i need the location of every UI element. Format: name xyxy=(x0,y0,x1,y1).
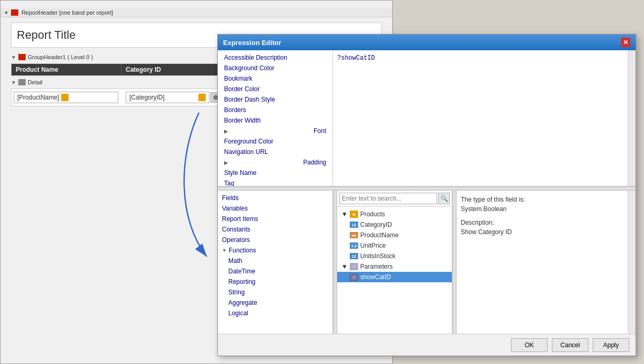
prop-border-width[interactable]: Border Width xyxy=(218,115,332,126)
right-scrollbar[interactable] xyxy=(628,191,636,350)
tree-reporting[interactable]: Reporting xyxy=(218,277,332,287)
tree-aggregate[interactable]: Aggregate xyxy=(218,297,332,308)
padding-expand-icon: ▶ xyxy=(224,160,228,166)
prop-tag[interactable]: Tag xyxy=(218,178,332,186)
db-units-in-stock[interactable]: 12 UnitsInStock xyxy=(337,251,452,261)
units-in-stock-icon: 12 xyxy=(350,253,358,259)
font-expand-icon: ▶ xyxy=(224,128,228,134)
left-tree-panel: Fields Variables Report Items Constants … xyxy=(218,191,333,350)
dialog-title: Expression Editor xyxy=(223,39,281,47)
products-arrow: ▼ xyxy=(341,211,348,218)
right-info-panel: The type of this field is: System.Boolea… xyxy=(457,191,628,350)
db-parameters-node[interactable]: ▼ ? Parameters xyxy=(337,261,452,272)
parameters-label: Parameters xyxy=(360,263,393,270)
logical-label: Logical xyxy=(228,310,248,317)
prop-border-dash-style[interactable]: Border Dash Style xyxy=(218,94,332,105)
expression-area: Accessible Description Background Color … xyxy=(218,50,636,186)
db-tree-content: ▼ ■ Products 12 CategoryID ab ProductNam… xyxy=(337,207,452,350)
ok-button[interactable]: OK xyxy=(511,338,548,352)
prop-font[interactable]: ▶ Font xyxy=(218,126,332,136)
search-button[interactable]: 🔍 xyxy=(438,193,450,204)
prop-navigation-url[interactable]: Navigation URL xyxy=(218,147,332,157)
type-value: System.Boolean xyxy=(461,205,506,213)
expression-editor-dialog: Expression Editor ✕ Accessible Descripti… xyxy=(217,34,636,356)
parameters-arrow: ▼ xyxy=(341,263,348,270)
math-label: Math xyxy=(228,257,242,264)
prop-background-color[interactable]: Background Color xyxy=(218,63,332,73)
expression-editor-pane: ?showCatID xyxy=(333,50,636,186)
tree-operators[interactable]: Operators xyxy=(218,235,332,245)
category-field-icon xyxy=(198,94,206,101)
dialog-titlebar: Expression Editor ✕ xyxy=(218,35,636,50)
tree-string[interactable]: String xyxy=(218,287,332,297)
report-items-label: Report Items xyxy=(222,215,258,223)
datetime-label: DateTime xyxy=(228,268,256,275)
search-input[interactable] xyxy=(339,193,437,204)
properties-list: Accessible Description Background Color … xyxy=(218,50,333,186)
detail-label: Detail xyxy=(28,79,42,85)
string-label: String xyxy=(228,289,245,296)
col-product-name: Product Name xyxy=(12,64,121,75)
expression-input[interactable]: ?showCatID xyxy=(333,50,636,186)
unit-price-icon: 1.2 xyxy=(350,242,358,249)
show-cat-id-icon: ✓ xyxy=(350,274,358,281)
category-id-icon: 12 xyxy=(350,222,358,228)
functions-arrow: ▼ xyxy=(222,248,227,253)
bottom-panel: Fields Variables Report Items Constants … xyxy=(218,191,636,350)
vertical-resize-handle[interactable]: · · · · · · xyxy=(333,191,337,350)
product-field-icon xyxy=(61,94,69,101)
show-cat-id-label: showCatID xyxy=(360,273,391,281)
reporting-label: Reporting xyxy=(228,278,256,285)
category-id-field[interactable]: [CategoryID] xyxy=(126,92,209,103)
band-header-label: ReportHeader [one band per report] xyxy=(21,9,113,16)
desc-value: Show Category ID xyxy=(461,228,512,236)
expr-scrollbar[interactable] xyxy=(628,50,636,186)
dialog-close-button[interactable]: ✕ xyxy=(621,38,630,47)
unit-price-db-label: UnitPrice xyxy=(360,242,386,249)
prop-borders[interactable]: Borders xyxy=(218,105,332,115)
constants-label: Constants xyxy=(222,226,250,233)
tree-constants[interactable]: Constants xyxy=(218,224,332,235)
desc-label: Description: xyxy=(461,219,494,226)
db-products-node[interactable]: ▼ ■ Products xyxy=(337,209,452,219)
cancel-button[interactable]: Cancel xyxy=(552,338,589,352)
tree-variables[interactable]: Variables xyxy=(218,203,332,214)
product-name-field[interactable]: [ProductName] xyxy=(14,92,118,103)
prop-style-name[interactable]: Style Name xyxy=(218,168,332,178)
prop-border-color[interactable]: Border Color xyxy=(218,84,332,94)
category-id-value: [CategoryID] xyxy=(129,94,164,101)
prop-accessible-desc[interactable]: Accessible Description xyxy=(218,52,332,63)
operators-label: Operators xyxy=(222,236,250,244)
products-label: Products xyxy=(360,211,385,218)
db-product-name[interactable]: ab ProductName xyxy=(337,230,452,240)
type-label: The type of this field is: xyxy=(461,196,525,203)
search-box: 🔍 xyxy=(337,191,452,207)
db-category-id[interactable]: 12 CategoryID xyxy=(337,219,452,230)
db-show-cat-id[interactable]: ✓ showCatID xyxy=(337,272,452,282)
tree-logical[interactable]: Logical xyxy=(218,308,332,318)
vertical-resize-handle-2[interactable] xyxy=(452,191,457,350)
aggregate-label: Aggregate xyxy=(228,299,257,306)
prop-padding[interactable]: ▶ Padding xyxy=(218,157,332,168)
tree-report-items[interactable]: Report Items xyxy=(218,214,332,224)
db-unit-price[interactable]: 1.2 UnitPrice xyxy=(337,240,452,251)
product-name-value: [ProductName] xyxy=(17,94,59,101)
middle-panel: 🔍 ▼ ■ Products 12 CategoryID ab ProductN… xyxy=(337,191,452,350)
prop-foreground-color[interactable]: Foreground Color xyxy=(218,136,332,147)
product-name-icon: ab xyxy=(350,232,358,238)
units-in-stock-db-label: UnitsInStock xyxy=(360,252,395,260)
prop-bookmark[interactable]: Bookmark xyxy=(218,73,332,84)
group-header-label: GroupHeader1 ( Level 0 ) xyxy=(28,54,93,60)
band-header: ▼ ReportHeader [one band per report] xyxy=(1,8,392,17)
parameters-icon: ? xyxy=(350,263,358,270)
tree-math[interactable]: Math xyxy=(218,256,332,266)
panel-resize-handle[interactable]: · · · · · · · · xyxy=(218,186,636,191)
category-id-db-label: CategoryID xyxy=(360,221,392,228)
tree-fields[interactable]: Fields xyxy=(218,193,332,203)
tree-datetime[interactable]: DateTime xyxy=(218,266,332,277)
fields-label: Fields xyxy=(222,194,239,202)
tree-functions[interactable]: ▼ Functions xyxy=(218,245,332,256)
products-table-icon: ■ xyxy=(350,211,358,218)
apply-button[interactable]: Apply xyxy=(593,338,629,352)
dialog-footer: OK Cancel Apply xyxy=(218,334,636,356)
